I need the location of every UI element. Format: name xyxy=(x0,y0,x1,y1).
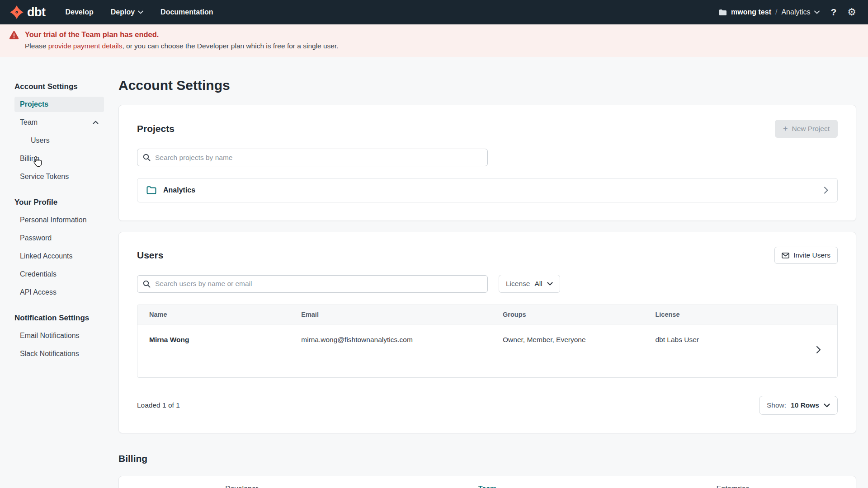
column-header-groups: Groups xyxy=(503,305,655,324)
plus-icon: + xyxy=(783,125,788,133)
dbt-logo-text: dbt xyxy=(27,5,45,19)
user-name: Mirna Wong xyxy=(137,324,301,366)
chevron-down-icon xyxy=(814,10,820,14)
banner-title: Your trial of the Team plan has ended. xyxy=(25,30,339,39)
crumb-separator: / xyxy=(775,8,777,16)
settings-sidebar: Account Settings Projects Team Users Bil… xyxy=(0,57,109,375)
sidebar-item-team[interactable]: Team xyxy=(14,115,104,130)
chevron-down-icon xyxy=(138,10,143,14)
sidebar-heading: Notification Settings xyxy=(14,314,109,323)
column-header-name: Name xyxy=(137,305,301,324)
project-row-analytics[interactable]: Analytics xyxy=(137,178,838,202)
projects-search-input[interactable] xyxy=(155,154,482,162)
folder-icon xyxy=(719,9,727,16)
user-license: dbt Labs User xyxy=(655,336,699,344)
chevron-right-icon[interactable] xyxy=(816,346,821,356)
chevron-up-icon xyxy=(93,121,99,124)
warning-icon xyxy=(9,31,19,50)
user-email: mirna.wong@fishtownanalytics.com xyxy=(301,324,503,366)
nav-menu: Develop Deploy Documentation xyxy=(65,8,213,16)
sidebar-item-users[interactable]: Users xyxy=(14,133,104,148)
show-rows-dropdown[interactable]: Show: 10 Rows xyxy=(759,396,838,415)
sidebar-item-credentials[interactable]: Credentials xyxy=(14,267,104,282)
envelope-icon xyxy=(782,253,789,258)
chevron-down-icon xyxy=(547,282,553,286)
sidebar-heading: Account Settings xyxy=(14,82,109,91)
dbt-logo-icon xyxy=(10,5,24,19)
banner-body: Please provide payment details, or you c… xyxy=(25,42,339,50)
column-header-email: Email xyxy=(301,305,503,324)
projects-card-title: Projects xyxy=(137,123,175,134)
gear-icon[interactable]: ⚙ xyxy=(847,7,856,17)
banner-text: Your trial of the Team plan has ended. P… xyxy=(25,30,339,50)
sidebar-item-api-access[interactable]: API Access xyxy=(14,285,104,300)
users-table-header: Name Email Groups License xyxy=(137,305,837,324)
project-name: Analytics xyxy=(163,186,195,194)
sidebar-item-email-notifications[interactable]: Email Notifications xyxy=(14,328,104,343)
sidebar-section-your-profile: Your Profile Personal Information Passwo… xyxy=(14,198,109,300)
new-project-button[interactable]: + New Project xyxy=(775,120,838,138)
users-card: Users Invite Users xyxy=(118,232,856,433)
nav-item-develop[interactable]: Develop xyxy=(65,8,93,16)
folder-icon xyxy=(146,186,156,194)
provide-payment-details-link[interactable]: provide payment details xyxy=(48,42,123,50)
tab-developer[interactable]: Developer xyxy=(119,476,364,488)
billing-plan-tabs: Developer Team Enterprise xyxy=(119,476,856,488)
users-card-title: Users xyxy=(137,250,163,261)
dbt-logo[interactable]: dbt xyxy=(10,5,45,19)
main-content: Account Settings Projects + New Project xyxy=(109,57,868,488)
users-table: Name Email Groups License Mirna Wong mir… xyxy=(137,305,838,378)
sidebar-item-projects[interactable]: Projects xyxy=(14,97,104,112)
trial-ended-banner: Your trial of the Team plan has ended. P… xyxy=(0,24,868,57)
invite-users-button[interactable]: Invite Users xyxy=(774,247,838,264)
top-navbar: dbt Develop Deploy Documentation mwong t… xyxy=(0,0,868,24)
account-name: mwong test xyxy=(731,8,771,16)
users-search-input[interactable] xyxy=(155,280,482,288)
account-project-switcher[interactable]: mwong test / Analytics xyxy=(719,8,820,16)
chevron-down-icon xyxy=(824,404,830,408)
users-search-box xyxy=(137,275,488,293)
projects-card: Projects + New Project Analytics xyxy=(118,105,856,221)
loaded-status: Loaded 1 of 1 xyxy=(137,401,180,409)
navbar-right: mwong test / Analytics ? ⚙ xyxy=(719,7,856,18)
sidebar-item-personal-information[interactable]: Personal Information xyxy=(14,212,104,228)
tab-enterprise[interactable]: Enterprise xyxy=(610,476,856,488)
help-icon[interactable]: ? xyxy=(830,7,836,18)
sidebar-item-linked-accounts[interactable]: Linked Accounts xyxy=(14,249,104,264)
user-groups: Owner, Member, Everyone xyxy=(503,324,655,366)
tab-team[interactable]: Team xyxy=(364,476,610,488)
sidebar-item-billing[interactable]: Billing xyxy=(14,151,104,166)
sidebar-item-service-tokens[interactable]: Service Tokens xyxy=(14,169,104,184)
nav-item-deploy[interactable]: Deploy xyxy=(111,8,143,16)
search-icon xyxy=(143,154,151,161)
chevron-right-icon xyxy=(824,187,828,194)
nav-item-documentation[interactable]: Documentation xyxy=(160,8,213,16)
sidebar-heading: Your Profile xyxy=(14,198,109,207)
sidebar-section-account-settings: Account Settings Projects Team Users Bil… xyxy=(14,82,109,184)
sidebar-item-password[interactable]: Password xyxy=(14,230,104,246)
search-icon xyxy=(143,280,151,288)
license-filter-dropdown[interactable]: License All xyxy=(499,275,560,293)
projects-search-box xyxy=(137,149,488,166)
column-header-license: License xyxy=(655,305,837,324)
user-license-cell: dbt Labs User xyxy=(655,324,837,377)
page-title: Account Settings xyxy=(118,78,856,93)
sidebar-item-slack-notifications[interactable]: Slack Notifications xyxy=(14,346,104,361)
table-row[interactable]: Mirna Wong mirna.wong@fishtownanalytics.… xyxy=(137,324,837,377)
billing-section-title: Billing xyxy=(118,453,856,464)
project-name: Analytics xyxy=(781,8,810,16)
billing-card: Developer Team Enterprise $100 /mo per d… xyxy=(118,476,856,488)
sidebar-section-notification-settings: Notification Settings Email Notification… xyxy=(14,314,109,361)
